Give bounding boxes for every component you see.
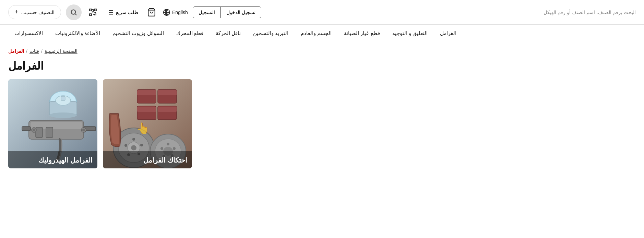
quick-order-label: طلب سريع xyxy=(116,10,138,15)
nav-item-maintenance[interactable]: قطع غيار الصيانة xyxy=(338,25,386,42)
svg-rect-45 xyxy=(158,90,177,95)
svg-rect-11 xyxy=(90,9,91,11)
nav-item-suspension[interactable]: التعليق و التوجيه xyxy=(386,25,434,42)
svg-point-41 xyxy=(160,147,163,150)
svg-rect-60 xyxy=(46,127,53,138)
scan-button[interactable] xyxy=(86,6,99,19)
svg-point-22 xyxy=(71,10,76,14)
globe-icon xyxy=(163,9,170,16)
breadcrumb-sep1: / xyxy=(41,48,43,54)
svg-point-29 xyxy=(132,138,135,141)
svg-rect-43 xyxy=(137,90,156,95)
classify-label: التصنيف حسب... xyxy=(21,10,55,15)
category-cards-area: 👆 احتكاك الفرامل xyxy=(0,79,644,179)
nav-item-cooling[interactable]: التبريد والتسخين xyxy=(247,25,295,42)
nav-item-fluids[interactable]: السوائل وزيوت التشحيم xyxy=(106,25,170,42)
svg-rect-62 xyxy=(22,127,31,131)
classify-plus-icon: + xyxy=(15,9,19,16)
search-button[interactable] xyxy=(66,4,82,20)
page-title: الفرامل xyxy=(8,59,44,72)
header-left: البحث برقم الصنف، اسم الصنف أو رقم الهيك… xyxy=(544,10,636,15)
nav-item-brakes[interactable]: الفرامل xyxy=(434,25,463,42)
category-card-hydraulic[interactable]: الفرامل الهيدروليك xyxy=(8,79,97,168)
nav-item-transmission[interactable]: ناقل الحركة xyxy=(210,25,247,42)
main-nav: الفرامل التعليق و التوجيه قطع غيار الصيا… xyxy=(0,25,644,42)
language-label: English xyxy=(172,10,188,15)
category-card-friction[interactable]: 👆 احتكاك الفرامل xyxy=(103,79,192,168)
classify-button[interactable]: التصنيف حسب... + xyxy=(8,5,61,19)
list-icon xyxy=(106,9,114,16)
svg-point-37 xyxy=(167,143,169,145)
nav-item-electrical[interactable]: الأضاءة والالكترونيات xyxy=(49,25,106,42)
breadcrumb-home[interactable]: الصفحة الرئيسية xyxy=(45,48,77,54)
svg-rect-49 xyxy=(158,107,177,112)
svg-point-33 xyxy=(124,144,127,147)
card-label-friction: احتكاك الفرامل xyxy=(103,151,192,168)
svg-rect-47 xyxy=(137,107,156,112)
svg-rect-59 xyxy=(36,127,43,138)
svg-point-28 xyxy=(131,145,136,151)
cart-button[interactable] xyxy=(145,6,158,19)
nav-item-body[interactable]: الجسم والعادم xyxy=(295,25,338,42)
breadcrumb-current: الفرامل xyxy=(8,48,24,54)
breadcrumb: الصفحة الرئيسية / فئات / الفرامل xyxy=(0,42,644,56)
auth-buttons-group: تسجيل الدخول التسجيل xyxy=(193,7,261,18)
breadcrumb-categories[interactable]: فئات xyxy=(29,48,39,54)
header: البحث برقم الصنف، اسم الصنف أو رقم الهيك… xyxy=(0,0,644,25)
nav-item-accessories[interactable]: الاكسسوارات xyxy=(8,25,49,42)
header-right: تسجيل الدخول التسجيل English طلب سري xyxy=(8,4,261,20)
svg-point-38 xyxy=(173,147,176,150)
breadcrumb-sep2: / xyxy=(26,48,27,54)
svg-point-54 xyxy=(49,112,77,118)
svg-point-66 xyxy=(82,129,85,131)
svg-line-23 xyxy=(75,14,76,15)
auth-divider xyxy=(220,7,221,18)
svg-point-64 xyxy=(33,129,35,131)
register-button[interactable]: التسجيل xyxy=(193,7,220,18)
quick-order-button[interactable]: طلب سريع xyxy=(104,7,140,18)
svg-rect-12 xyxy=(94,9,96,11)
svg-point-30 xyxy=(140,144,143,146)
login-button[interactable]: تسجيل الدخول xyxy=(221,7,261,18)
nav-item-engine[interactable]: قطع المحرك xyxy=(170,25,210,42)
svg-rect-13 xyxy=(90,14,91,15)
svg-rect-56 xyxy=(61,96,65,100)
search-icon xyxy=(70,9,77,16)
page-title-area: الفرامل xyxy=(0,56,644,79)
search-placeholder-text: البحث برقم الصنف، اسم الصنف أو رقم الهيك… xyxy=(544,10,636,15)
cart-icon xyxy=(147,8,156,17)
card-label-hydraulic: الفرامل الهيدروليك xyxy=(8,151,97,168)
scan-icon xyxy=(88,8,97,17)
language-selector[interactable]: English xyxy=(163,9,188,16)
